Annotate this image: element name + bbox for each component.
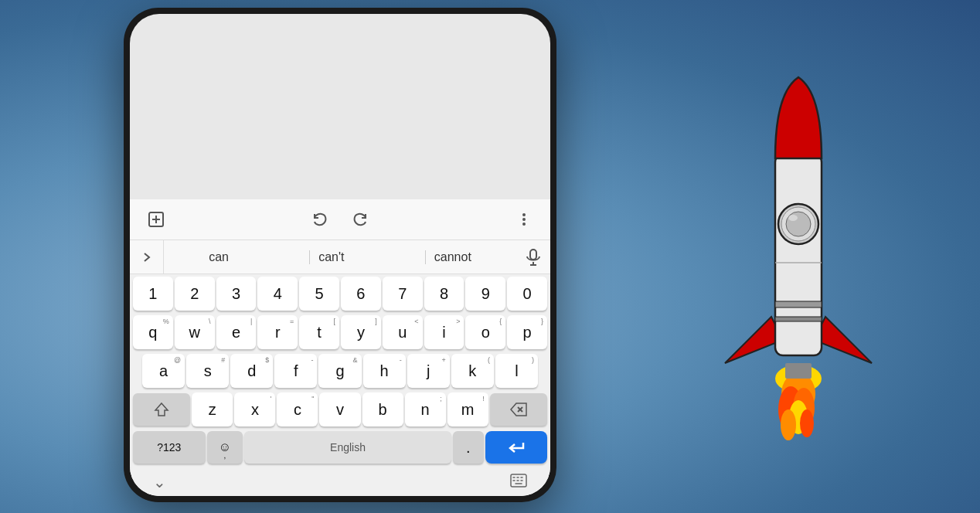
keyboard-toolbar [130, 199, 550, 240]
keyboard-wrapper: can can't cannot 1 2 3 4 [130, 199, 550, 496]
emoji-button[interactable]: ☺ , [207, 431, 243, 464]
key-y[interactable]: ]y [341, 315, 381, 349]
bottom-nav: ⌄ [130, 468, 550, 496]
enter-button[interactable] [485, 431, 547, 464]
spacebar-button[interactable]: English [244, 431, 451, 464]
suggestions-bar: can can't cannot [130, 240, 550, 274]
svg-point-28 [786, 212, 811, 236]
key-c[interactable]: "c [277, 392, 318, 426]
phone-frame: can can't cannot 1 2 3 4 [124, 8, 556, 502]
asdf-row: @a #s $d -f &g -h +j (k )l [130, 352, 550, 390]
key-m[interactable]: !m [447, 392, 488, 426]
key-6[interactable]: 6 [341, 277, 381, 311]
svg-point-29 [788, 215, 798, 221]
suggestion-cant[interactable]: can't [309, 247, 353, 267]
svg-point-22 [781, 409, 796, 440]
key-n[interactable]: ;n [405, 392, 446, 426]
bottom-row: ?123 ☺ , English . [130, 429, 550, 468]
key-l[interactable]: )l [495, 354, 538, 388]
key-7[interactable]: 7 [383, 277, 423, 311]
key-s[interactable]: #s [186, 354, 229, 388]
key-v[interactable]: v [319, 392, 360, 426]
key-4[interactable]: 4 [257, 277, 298, 311]
key-o[interactable]: {o [465, 315, 505, 349]
svg-rect-3 [530, 250, 536, 260]
key-i[interactable]: >i [424, 315, 464, 349]
period-button[interactable]: . [453, 431, 484, 464]
number-row: 1 2 3 4 5 6 7 8 9 0 [130, 274, 550, 313]
toolbar-left [144, 207, 168, 232]
key-g[interactable]: &g [318, 354, 361, 388]
add-button[interactable] [144, 207, 168, 232]
svg-rect-24 [785, 363, 812, 379]
numeric-mode-button[interactable]: ?123 [133, 431, 206, 464]
zxcv-row: z 'x "c v b ;n !m [130, 390, 550, 429]
rocket-illustration [663, 39, 934, 440]
svg-point-23 [800, 409, 814, 437]
key-j[interactable]: +j [407, 354, 450, 388]
more-options-button[interactable] [512, 207, 536, 232]
key-k[interactable]: (k [451, 354, 494, 388]
svg-rect-30 [775, 301, 822, 307]
key-a[interactable]: @a [142, 354, 185, 388]
keyboard-layout-button[interactable] [510, 474, 527, 491]
svg-marker-6 [155, 403, 168, 416]
key-f[interactable]: -f [274, 354, 317, 388]
key-p[interactable]: }p [507, 315, 547, 349]
key-u[interactable]: <u [383, 315, 423, 349]
backspace-button[interactable] [490, 393, 547, 426]
suggestion-cannot[interactable]: cannot [425, 247, 481, 267]
key-x[interactable]: 'x [234, 392, 275, 426]
key-t[interactable]: [t [299, 315, 339, 349]
key-2[interactable]: 2 [175, 277, 215, 311]
key-z[interactable]: z [192, 392, 233, 426]
key-3[interactable]: 3 [216, 277, 257, 311]
microphone-button[interactable] [516, 240, 550, 274]
key-e[interactable]: |e [216, 315, 257, 349]
key-d[interactable]: $d [230, 354, 273, 388]
key-9[interactable]: 9 [465, 277, 505, 311]
suggestions-expand-button[interactable] [130, 240, 164, 274]
toolbar-right [512, 207, 536, 232]
key-q[interactable]: %q [133, 315, 173, 349]
key-w[interactable]: \w [175, 315, 215, 349]
svg-rect-31 [775, 317, 822, 321]
key-5[interactable]: 5 [299, 277, 339, 311]
qwerty-row: %q \w |e =r [t ]y <u >i {o }p [130, 313, 550, 352]
undo-button[interactable] [308, 207, 332, 232]
svg-rect-25 [775, 155, 822, 355]
key-8[interactable]: 8 [424, 277, 464, 311]
hide-keyboard-button[interactable]: ⌄ [153, 473, 166, 491]
key-h[interactable]: -h [363, 354, 406, 388]
key-1[interactable]: 1 [133, 277, 173, 311]
shift-button[interactable] [133, 393, 190, 426]
key-0[interactable]: 0 [507, 277, 547, 311]
phone-screen: can can't cannot 1 2 3 4 [130, 14, 550, 496]
key-b[interactable]: b [362, 392, 403, 426]
suggestion-can[interactable]: can [199, 247, 238, 267]
suggestions-words: can can't cannot [164, 247, 516, 267]
redo-button[interactable] [348, 207, 373, 232]
key-r[interactable]: =r [257, 315, 298, 349]
